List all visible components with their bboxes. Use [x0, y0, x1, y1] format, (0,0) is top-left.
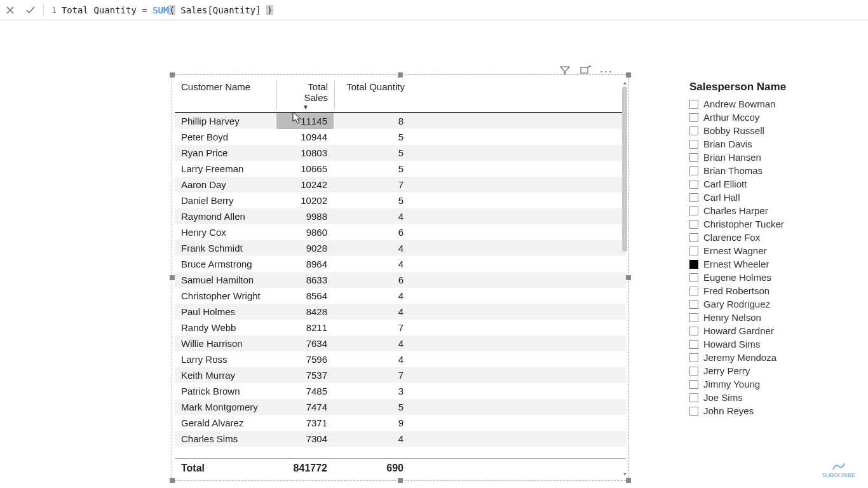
cell-customer[interactable]: Frank Schmidt — [175, 240, 276, 256]
checkbox[interactable] — [689, 300, 698, 309]
cell-quantity[interactable]: 4 — [334, 240, 410, 256]
cell-sales[interactable]: 10202 — [276, 193, 334, 208]
slicer-item[interactable]: Gary Rodriguez — [689, 297, 855, 311]
checkbox[interactable] — [689, 407, 698, 416]
commit-formula-button[interactable] — [20, 0, 41, 20]
slicer-item[interactable]: Andrew Bowman — [689, 97, 855, 111]
cell-customer[interactable]: Daniel Berry — [175, 193, 276, 208]
scroll-up-icon[interactable]: ▴ — [621, 78, 628, 86]
table-row[interactable]: Larry Ross75964 — [175, 351, 626, 367]
cell-customer[interactable]: Larry Ross — [175, 351, 276, 367]
cell-quantity[interactable]: 3 — [334, 383, 410, 399]
cell-quantity[interactable]: 5 — [334, 129, 410, 145]
table-row[interactable]: Christopher Wright85644 — [175, 288, 626, 304]
cell-sales[interactable]: 9988 — [276, 208, 334, 224]
checkbox[interactable] — [689, 166, 698, 175]
cell-sales[interactable]: 10803 — [276, 145, 334, 161]
table-row[interactable]: Peter Boyd109445 — [175, 129, 626, 145]
cell-sales[interactable]: 8428 — [276, 304, 334, 320]
cell-sales[interactable]: 7596 — [276, 351, 334, 367]
column-header-customer[interactable]: Customer Name — [175, 78, 276, 112]
cell-sales[interactable]: 8564 — [276, 288, 334, 304]
cell-sales[interactable]: 7304 — [276, 431, 334, 447]
cancel-formula-button[interactable] — [0, 0, 20, 20]
slicer-item[interactable]: Howard Gardner — [689, 324, 855, 337]
table-row[interactable]: Bruce Armstrong89644 — [175, 256, 626, 272]
table-row[interactable]: Willie Harrison76344 — [175, 336, 626, 351]
cell-customer[interactable]: Keith Murray — [175, 367, 276, 383]
checkbox[interactable] — [689, 193, 698, 202]
slicer-item[interactable]: Brian Hansen — [689, 151, 855, 164]
column-header-quantity[interactable]: Total Quantity — [335, 78, 411, 112]
cell-quantity[interactable]: 5 — [334, 399, 410, 415]
slicer-item[interactable]: Ernest Wagner — [689, 244, 855, 257]
cell-quantity[interactable]: 4 — [334, 336, 410, 351]
formula-input[interactable]: Total Quantity = SUM ( Sales[Quantity] ) — [62, 5, 273, 15]
checkbox[interactable] — [689, 126, 698, 135]
salesperson-slicer[interactable]: Salesperson Name Andrew BowmanArthur Mcc… — [689, 81, 855, 417]
cell-quantity[interactable]: 7 — [334, 367, 410, 383]
table-row[interactable]: Gerald Alvarez73719 — [175, 415, 626, 431]
cell-sales[interactable]: 7474 — [276, 399, 334, 415]
checkbox[interactable] — [689, 327, 698, 336]
cell-quantity[interactable]: 6 — [334, 224, 410, 240]
cell-quantity[interactable]: 4 — [334, 351, 410, 367]
table-row[interactable]: Patrick Brown74853 — [175, 383, 626, 399]
checkbox[interactable] — [689, 113, 698, 122]
cell-sales[interactable]: 10242 — [276, 177, 334, 193]
cell-quantity[interactable]: 4 — [334, 304, 410, 320]
resize-handle[interactable] — [170, 275, 175, 280]
cell-customer[interactable]: Mark Montgomery — [175, 399, 276, 415]
cell-quantity[interactable]: 7 — [334, 320, 410, 336]
slicer-item[interactable]: Eugene Holmes — [689, 271, 855, 284]
slicer-item[interactable]: Jeremy Mendoza — [689, 351, 855, 364]
checkbox[interactable] — [689, 340, 698, 349]
checkbox[interactable] — [689, 233, 698, 242]
checkbox[interactable] — [689, 247, 698, 255]
table-visual[interactable]: Customer Name Total Sales ▼ Total Quanti… — [172, 74, 629, 481]
checkbox[interactable] — [689, 260, 698, 269]
resize-handle[interactable] — [170, 72, 175, 78]
table-row[interactable]: Charles Sims73044 — [175, 431, 626, 447]
table-row[interactable]: Daniel Berry102025 — [175, 193, 626, 208]
cell-sales[interactable]: 7537 — [276, 367, 334, 383]
cell-customer[interactable]: Gerald Alvarez — [175, 415, 276, 431]
cell-sales[interactable]: 7485 — [276, 383, 334, 399]
slicer-item[interactable]: John Reyes — [689, 404, 855, 417]
cell-sales[interactable]: 9028 — [276, 240, 334, 256]
scroll-thumb[interactable] — [622, 86, 627, 252]
checkbox[interactable] — [689, 313, 698, 322]
cell-customer[interactable]: Bruce Armstrong — [175, 256, 276, 272]
checkbox[interactable] — [689, 353, 698, 362]
cell-sales[interactable]: 11145 — [276, 113, 334, 129]
cell-customer[interactable]: Peter Boyd — [175, 129, 276, 145]
slicer-item[interactable]: Carl Hall — [689, 191, 855, 204]
table-row[interactable]: Randy Webb82117 — [175, 320, 626, 336]
slicer-item[interactable]: Carl Elliott — [689, 177, 855, 191]
checkbox[interactable] — [689, 393, 698, 402]
scroll-down-icon[interactable]: ▾ — [621, 469, 628, 478]
table-row[interactable]: Samuel Hamilton86336 — [175, 272, 626, 288]
cell-customer[interactable]: Larry Freeman — [175, 161, 276, 177]
slicer-item[interactable]: Brian Thomas — [689, 164, 855, 177]
column-header-sales[interactable]: Total Sales ▼ — [277, 78, 334, 112]
vertical-scrollbar[interactable]: ▴ ▾ — [621, 78, 628, 478]
table-row[interactable]: Phillip Harvey111458 — [175, 113, 626, 129]
checkbox[interactable] — [689, 367, 698, 376]
table-row[interactable]: Larry Freeman106655 — [175, 161, 626, 177]
slicer-item[interactable]: Jimmy Young — [689, 377, 855, 391]
checkbox[interactable] — [689, 273, 698, 282]
scroll-track[interactable] — [622, 86, 627, 469]
checkbox[interactable] — [689, 180, 698, 189]
resize-handle[interactable] — [398, 478, 403, 483]
cell-quantity[interactable]: 8 — [334, 113, 410, 129]
cell-sales[interactable]: 7634 — [276, 336, 334, 351]
cell-quantity[interactable]: 4 — [334, 288, 410, 304]
table-body[interactable]: Phillip Harvey111458Peter Boyd109445Ryan… — [175, 113, 626, 458]
table-row[interactable]: Frank Schmidt90284 — [175, 240, 626, 256]
cell-quantity[interactable]: 7 — [334, 177, 410, 193]
resize-handle[interactable] — [398, 72, 403, 78]
slicer-item[interactable]: Fred Robertson — [689, 284, 855, 297]
checkbox[interactable] — [689, 287, 698, 295]
slicer-item[interactable]: Joe Sims — [689, 391, 855, 404]
